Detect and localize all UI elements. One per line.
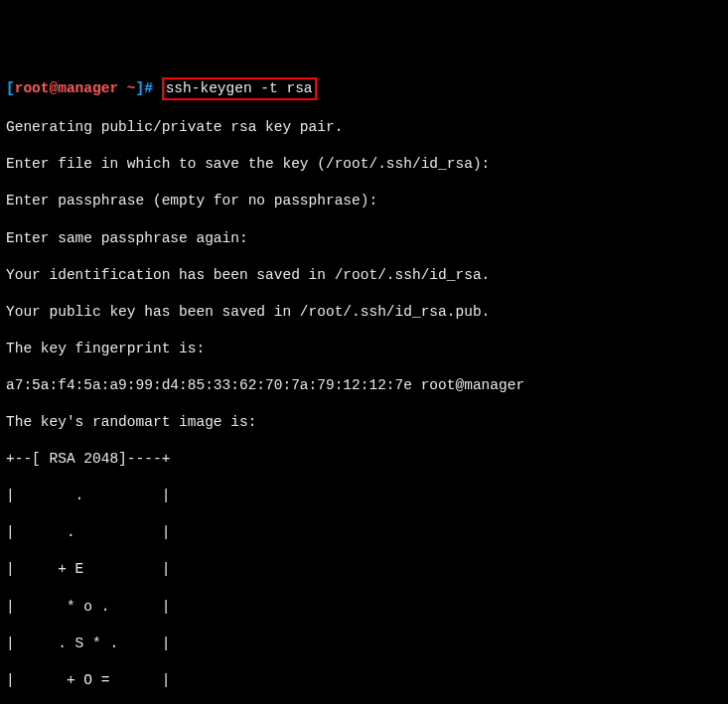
output-line: Your identification has been saved in /r… — [6, 266, 722, 285]
randomart-line: | + E | — [6, 560, 722, 579]
randomart-line: | + O = | — [6, 671, 722, 690]
output-line: Enter file in which to save the key (/ro… — [6, 155, 722, 174]
prompt-line-1[interactable]: [root@manager ~]# ssh-keygen -t rsa — [6, 77, 722, 100]
randomart-line: | * o . | — [6, 598, 722, 617]
output-line: Your public key has been saved in /root/… — [6, 303, 722, 322]
output-fingerprint: a7:5a:f4:5a:a9:99:d4:85:33:62:70:7a:79:1… — [6, 376, 722, 395]
output-line: Enter passphrase (empty for no passphras… — [6, 192, 722, 211]
output-line: Generating public/private rsa key pair. — [6, 118, 722, 137]
command-ssh-keygen: ssh-keygen -t rsa — [162, 77, 317, 100]
randomart-line: | . | — [6, 487, 722, 505]
output-line: The key's randomart image is: — [6, 413, 722, 432]
randomart-line: | . S * . | — [6, 634, 722, 653]
prompt-user-host: root@manager ~ — [15, 80, 136, 96]
prompt-bracket-close: ]# — [136, 80, 153, 96]
output-line: Enter same passphrase again: — [6, 229, 722, 248]
randomart-border: +--[ RSA 2048]----+ — [6, 450, 722, 469]
output-line: The key fingerprint is: — [6, 340, 722, 358]
randomart-line: | . | — [6, 523, 722, 542]
prompt-bracket-open: [ — [6, 80, 15, 96]
